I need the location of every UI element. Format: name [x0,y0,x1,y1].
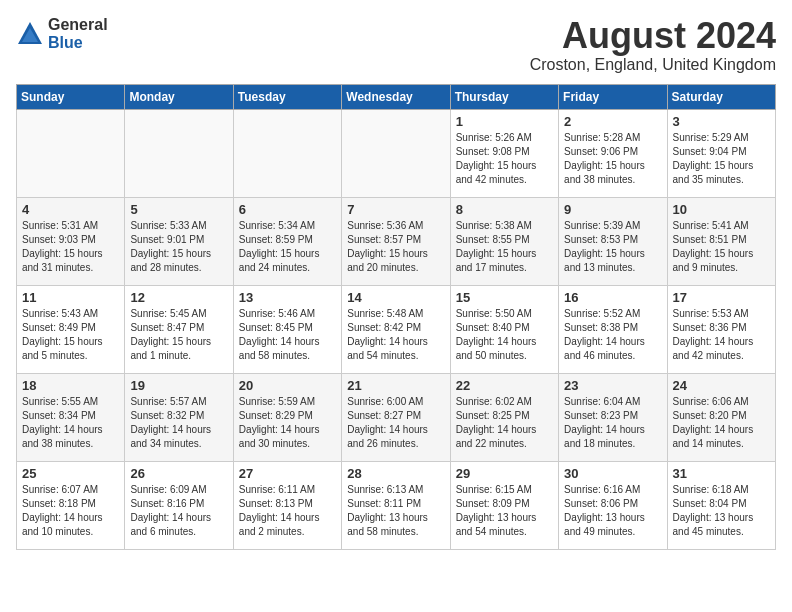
calendar-cell: 6Sunrise: 5:34 AM Sunset: 8:59 PM Daylig… [233,197,341,285]
day-number: 25 [22,466,119,481]
day-number: 20 [239,378,336,393]
day-number: 22 [456,378,553,393]
calendar-cell: 25Sunrise: 6:07 AM Sunset: 8:18 PM Dayli… [17,461,125,549]
cell-info: Sunrise: 5:45 AM Sunset: 8:47 PM Dayligh… [130,307,227,363]
title-block: August 2024 Croston, England, United Kin… [530,16,776,74]
calendar-cell: 13Sunrise: 5:46 AM Sunset: 8:45 PM Dayli… [233,285,341,373]
calendar-cell: 5Sunrise: 5:33 AM Sunset: 9:01 PM Daylig… [125,197,233,285]
calendar-week-3: 11Sunrise: 5:43 AM Sunset: 8:49 PM Dayli… [17,285,776,373]
day-number: 13 [239,290,336,305]
cell-info: Sunrise: 6:18 AM Sunset: 8:04 PM Dayligh… [673,483,770,539]
day-number: 23 [564,378,661,393]
calendar-cell: 24Sunrise: 6:06 AM Sunset: 8:20 PM Dayli… [667,373,775,461]
calendar-cell: 27Sunrise: 6:11 AM Sunset: 8:13 PM Dayli… [233,461,341,549]
calendar-cell: 12Sunrise: 5:45 AM Sunset: 8:47 PM Dayli… [125,285,233,373]
weekday-header-friday: Friday [559,84,667,109]
day-number: 26 [130,466,227,481]
weekday-header-tuesday: Tuesday [233,84,341,109]
cell-info: Sunrise: 5:28 AM Sunset: 9:06 PM Dayligh… [564,131,661,187]
calendar-cell: 10Sunrise: 5:41 AM Sunset: 8:51 PM Dayli… [667,197,775,285]
calendar-cell: 8Sunrise: 5:38 AM Sunset: 8:55 PM Daylig… [450,197,558,285]
logo-general-text: General [48,16,108,34]
calendar-cell: 18Sunrise: 5:55 AM Sunset: 8:34 PM Dayli… [17,373,125,461]
location: Croston, England, United Kingdom [530,56,776,74]
weekday-header-row: SundayMondayTuesdayWednesdayThursdayFrid… [17,84,776,109]
month-year: August 2024 [530,16,776,56]
day-number: 12 [130,290,227,305]
day-number: 3 [673,114,770,129]
day-number: 4 [22,202,119,217]
day-number: 29 [456,466,553,481]
calendar-cell: 7Sunrise: 5:36 AM Sunset: 8:57 PM Daylig… [342,197,450,285]
logo-text: General Blue [48,16,108,51]
calendar-cell: 28Sunrise: 6:13 AM Sunset: 8:11 PM Dayli… [342,461,450,549]
calendar-cell: 3Sunrise: 5:29 AM Sunset: 9:04 PM Daylig… [667,109,775,197]
day-number: 19 [130,378,227,393]
day-number: 28 [347,466,444,481]
cell-info: Sunrise: 6:00 AM Sunset: 8:27 PM Dayligh… [347,395,444,451]
day-number: 24 [673,378,770,393]
day-number: 10 [673,202,770,217]
calendar-cell [17,109,125,197]
calendar-cell: 14Sunrise: 5:48 AM Sunset: 8:42 PM Dayli… [342,285,450,373]
day-number: 21 [347,378,444,393]
calendar-cell: 31Sunrise: 6:18 AM Sunset: 8:04 PM Dayli… [667,461,775,549]
calendar-cell: 17Sunrise: 5:53 AM Sunset: 8:36 PM Dayli… [667,285,775,373]
cell-info: Sunrise: 5:33 AM Sunset: 9:01 PM Dayligh… [130,219,227,275]
logo-icon [16,20,44,48]
cell-info: Sunrise: 5:31 AM Sunset: 9:03 PM Dayligh… [22,219,119,275]
cell-info: Sunrise: 6:13 AM Sunset: 8:11 PM Dayligh… [347,483,444,539]
cell-info: Sunrise: 5:29 AM Sunset: 9:04 PM Dayligh… [673,131,770,187]
calendar-cell: 19Sunrise: 5:57 AM Sunset: 8:32 PM Dayli… [125,373,233,461]
calendar-cell: 22Sunrise: 6:02 AM Sunset: 8:25 PM Dayli… [450,373,558,461]
calendar-cell [125,109,233,197]
cell-info: Sunrise: 5:39 AM Sunset: 8:53 PM Dayligh… [564,219,661,275]
cell-info: Sunrise: 6:06 AM Sunset: 8:20 PM Dayligh… [673,395,770,451]
day-number: 11 [22,290,119,305]
weekday-header-monday: Monday [125,84,233,109]
calendar-cell: 9Sunrise: 5:39 AM Sunset: 8:53 PM Daylig… [559,197,667,285]
calendar-week-4: 18Sunrise: 5:55 AM Sunset: 8:34 PM Dayli… [17,373,776,461]
day-number: 14 [347,290,444,305]
weekday-header-thursday: Thursday [450,84,558,109]
calendar-cell: 1Sunrise: 5:26 AM Sunset: 9:08 PM Daylig… [450,109,558,197]
day-number: 18 [22,378,119,393]
cell-info: Sunrise: 5:26 AM Sunset: 9:08 PM Dayligh… [456,131,553,187]
calendar-cell: 2Sunrise: 5:28 AM Sunset: 9:06 PM Daylig… [559,109,667,197]
day-number: 16 [564,290,661,305]
cell-info: Sunrise: 6:07 AM Sunset: 8:18 PM Dayligh… [22,483,119,539]
cell-info: Sunrise: 5:59 AM Sunset: 8:29 PM Dayligh… [239,395,336,451]
cell-info: Sunrise: 6:11 AM Sunset: 8:13 PM Dayligh… [239,483,336,539]
cell-info: Sunrise: 5:43 AM Sunset: 8:49 PM Dayligh… [22,307,119,363]
cell-info: Sunrise: 6:09 AM Sunset: 8:16 PM Dayligh… [130,483,227,539]
weekday-header-wednesday: Wednesday [342,84,450,109]
calendar-cell: 26Sunrise: 6:09 AM Sunset: 8:16 PM Dayli… [125,461,233,549]
logo-blue-text: Blue [48,34,108,52]
cell-info: Sunrise: 5:36 AM Sunset: 8:57 PM Dayligh… [347,219,444,275]
cell-info: Sunrise: 5:57 AM Sunset: 8:32 PM Dayligh… [130,395,227,451]
cell-info: Sunrise: 5:53 AM Sunset: 8:36 PM Dayligh… [673,307,770,363]
day-number: 5 [130,202,227,217]
day-number: 1 [456,114,553,129]
page-header: General Blue August 2024 Croston, Englan… [16,16,776,74]
weekday-header-sunday: Sunday [17,84,125,109]
calendar-cell: 23Sunrise: 6:04 AM Sunset: 8:23 PM Dayli… [559,373,667,461]
calendar-cell: 21Sunrise: 6:00 AM Sunset: 8:27 PM Dayli… [342,373,450,461]
cell-info: Sunrise: 6:02 AM Sunset: 8:25 PM Dayligh… [456,395,553,451]
day-number: 27 [239,466,336,481]
cell-info: Sunrise: 5:34 AM Sunset: 8:59 PM Dayligh… [239,219,336,275]
calendar-cell: 30Sunrise: 6:16 AM Sunset: 8:06 PM Dayli… [559,461,667,549]
calendar-cell: 11Sunrise: 5:43 AM Sunset: 8:49 PM Dayli… [17,285,125,373]
day-number: 8 [456,202,553,217]
day-number: 9 [564,202,661,217]
calendar-week-1: 1Sunrise: 5:26 AM Sunset: 9:08 PM Daylig… [17,109,776,197]
calendar-table: SundayMondayTuesdayWednesdayThursdayFrid… [16,84,776,550]
day-number: 15 [456,290,553,305]
calendar-week-2: 4Sunrise: 5:31 AM Sunset: 9:03 PM Daylig… [17,197,776,285]
day-number: 30 [564,466,661,481]
cell-info: Sunrise: 5:50 AM Sunset: 8:40 PM Dayligh… [456,307,553,363]
calendar-cell [233,109,341,197]
calendar-cell: 4Sunrise: 5:31 AM Sunset: 9:03 PM Daylig… [17,197,125,285]
cell-info: Sunrise: 5:55 AM Sunset: 8:34 PM Dayligh… [22,395,119,451]
calendar-cell: 15Sunrise: 5:50 AM Sunset: 8:40 PM Dayli… [450,285,558,373]
